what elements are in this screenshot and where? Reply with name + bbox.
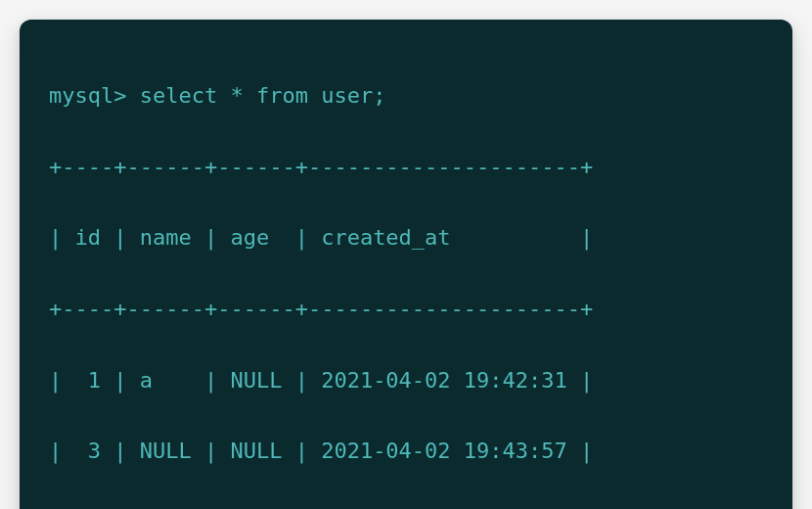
table-row: | 1 | a | NULL | 2021-04-02 19:42:31 |	[49, 363, 763, 398]
table-row: | 3 | NULL | NULL | 2021-04-02 19:43:57 …	[49, 434, 763, 469]
table-header: | id | name | age | created_at |	[49, 220, 763, 255]
mysql-terminal: mysql> select * from user; +----+------+…	[20, 20, 792, 509]
table-border-mid: +----+------+------+--------------------…	[49, 292, 763, 327]
table-border-bottom: +----+------+------+--------------------…	[49, 505, 763, 509]
table-border-top: +----+------+------+--------------------…	[49, 150, 763, 185]
query1-line: mysql> select * from user;	[49, 78, 763, 114]
